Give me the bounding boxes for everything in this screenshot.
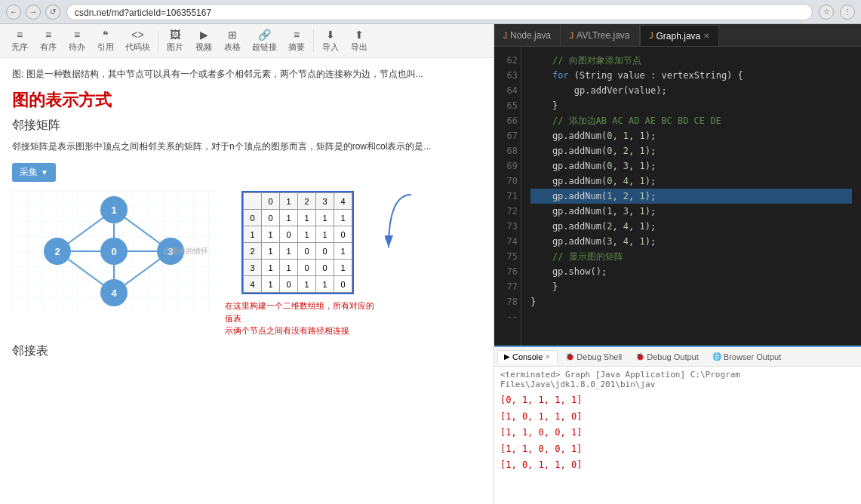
toolbar-video[interactable]: ▶ 视频 — [190, 27, 217, 54]
toolbar-separator — [158, 29, 158, 52]
console-output: [0, 1, 1, 1, 1][1, 0, 1, 1, 0][1, 1, 0, … — [500, 392, 855, 474]
browser-bar: ← → ↺ csdn.net/md?articleId=106355167 ☆ … — [0, 0, 861, 24]
article-description: 图: 图是一种数据结构，其中节点可以具有一个或者多个相邻元素，两个节点的连接称为… — [12, 67, 481, 81]
table-icon: ⊞ — [228, 29, 237, 41]
console-tab-debug-shell[interactable]: 🐞 Debug Shell — [559, 351, 628, 363]
diagram-section: 0 1 2 3 4 @庸俗的情怀 — [12, 191, 481, 337]
svg-text:4: 4 — [111, 287, 117, 299]
main-area: ≡ 无序 ≡ 有序 ≡ 待办 ❝ 引用 <> 代码块 🖼 图片 — [0, 24, 861, 504]
browser-output-icon: 🌐 — [712, 352, 721, 361]
debug-shell-icon: 🐞 — [565, 352, 574, 361]
bookmark-button[interactable]: ☆ — [819, 5, 834, 20]
matrix-table: 0 1 2 3 4 0011111101102110013110014 — [243, 192, 352, 293]
refresh-button[interactable]: ↺ — [45, 5, 60, 20]
line-numbers: 6263646566676869707172737475767778-- — [494, 47, 521, 346]
article-area: 图: 图是一种数据结构，其中节点可以具有一个或者多个相邻元素，两个节点的连接称为… — [0, 58, 494, 504]
svg-text:1: 1 — [111, 204, 116, 216]
console-icon: ▶ — [504, 352, 510, 361]
debug-output-icon: 🐞 — [635, 352, 644, 361]
annotation-arrow-svg — [385, 191, 415, 251]
url-bar[interactable]: csdn.net/md?articleId=106355167 — [66, 4, 813, 20]
editor-toolbar: ≡ 无序 ≡ 有序 ≡ 待办 ❝ 引用 <> 代码块 🖼 图片 — [0, 24, 494, 58]
collect-label: 采集 — [20, 166, 38, 179]
link-icon: 🔗 — [258, 29, 271, 41]
matrix-section: 0 1 2 3 4 0011111101102110013110014 — [225, 191, 376, 337]
image-icon: 🖼 — [170, 29, 180, 41]
back-button[interactable]: ← — [6, 5, 21, 20]
toolbar-unordered[interactable]: ≡ 无序 — [6, 27, 33, 54]
left-panel: ≡ 无序 ≡ 有序 ≡ 待办 ❝ 引用 <> 代码块 🖼 图片 — [0, 24, 494, 504]
console-tab-console[interactable]: ▶ Console ✕ — [497, 350, 558, 364]
list-ordered-icon: ≡ — [45, 29, 51, 41]
export-icon: ⬆ — [355, 29, 364, 41]
code-content: // 向图对象添加节点 for (String value : vertexSt… — [521, 47, 861, 346]
matrix-wrapper: 0 1 2 3 4 0011111101102110013110014 — [225, 191, 376, 297]
video-icon: ▶ — [200, 29, 208, 41]
todo-icon: ≡ — [74, 29, 80, 41]
matrix-col-header-0: 0 — [262, 193, 280, 210]
code-icon: <> — [131, 29, 143, 41]
article-subtitle1: 邻接矩阵 — [12, 118, 481, 134]
tab-avltree-label: AVLTree.java — [577, 30, 629, 41]
browser-output-label: Browser Output — [724, 352, 781, 361]
import-icon: ⬇ — [326, 29, 335, 41]
tab-graph-label: Graph.java — [657, 31, 701, 41]
matrix-col-header-4: 4 — [334, 193, 352, 210]
article-subtitle2: 邻接表 — [12, 343, 481, 359]
toolbar-quote[interactable]: ❝ 引用 — [92, 27, 119, 54]
quote-icon: ❝ — [103, 29, 109, 41]
console-tab-close[interactable]: ✕ — [545, 353, 551, 361]
arrow-annotation — [385, 191, 415, 281]
annotation-text: 在这里构建一个二维数组组，所有对应的值表示俩个节点之间有没有路径相连接 — [225, 300, 376, 337]
console-tabs: ▶ Console ✕ 🐞 Debug Shell 🐞 Debug Output… — [494, 347, 861, 367]
dropdown-arrow-icon: ▼ — [41, 168, 48, 177]
console-tab-browser-output[interactable]: 🌐 Browser Output — [706, 351, 787, 363]
matrix-col-header-3: 3 — [316, 193, 334, 210]
java-icon-avl: J — [570, 32, 573, 40]
toolbar-code[interactable]: <> 代码块 — [121, 27, 155, 54]
ide-tabs: J Node.java J AVLTree.java J Graph.java … — [494, 24, 861, 47]
tab-graph-java[interactable]: J Graph.java ✕ — [640, 25, 720, 46]
toolbar-separator2 — [313, 29, 314, 52]
browser-controls: ← → ↺ — [6, 5, 60, 20]
java-icon-node: J — [503, 32, 507, 40]
abstract-icon: ≡ — [294, 29, 300, 41]
console-tab-label: Console — [512, 352, 543, 361]
matrix-col-header-1: 1 — [280, 193, 298, 210]
tab-close-icon[interactable]: ✕ — [703, 32, 709, 40]
forward-button[interactable]: → — [26, 5, 41, 20]
tab-avltree-java[interactable]: J AVLTree.java — [561, 25, 639, 46]
java-icon-graph: J — [650, 32, 653, 40]
toolbar-ordered[interactable]: ≡ 有序 — [35, 27, 62, 54]
toolbar-image[interactable]: 🖼 图片 — [161, 27, 189, 54]
toolbar-todo[interactable]: ≡ 待办 — [63, 27, 91, 54]
menu-button[interactable]: ⋮ — [840, 5, 855, 20]
matrix-outer: 0 1 2 3 4 0011111101102110013110014 — [241, 191, 354, 294]
graph-container: 0 1 2 3 4 @庸俗的情怀 — [12, 191, 216, 312]
toolbar-abstract[interactable]: ≡ 摘要 — [283, 27, 310, 54]
debug-shell-label: Debug Shell — [577, 352, 622, 361]
debug-output-label: Debug Output — [647, 352, 699, 361]
svg-text:0: 0 — [111, 246, 116, 257]
tab-node-label: Node.java — [510, 30, 551, 41]
toolbar-import[interactable]: ⬇ 导入 — [317, 27, 344, 54]
console-content: <terminated> Graph [Java Application] C:… — [494, 367, 861, 504]
console-area: ▶ Console ✕ 🐞 Debug Shell 🐞 Debug Output… — [494, 346, 861, 504]
toolbar-table[interactable]: ⊞ 表格 — [219, 27, 246, 54]
console-tab-debug-output[interactable]: 🐞 Debug Output — [629, 351, 705, 363]
toolbar-link[interactable]: 🔗 超链接 — [248, 27, 281, 54]
matrix-col-header-empty — [244, 193, 262, 210]
console-header: <terminated> Graph [Java Application] C:… — [500, 370, 855, 389]
article-title: 图的表示方式 — [12, 89, 481, 112]
matrix-col-header-2: 2 — [298, 193, 316, 210]
list-unordered-icon: ≡ — [17, 29, 23, 41]
right-panel: J Node.java J AVLTree.java J Graph.java … — [494, 24, 861, 504]
svg-text:2: 2 — [54, 246, 60, 257]
article-text1: 邻接矩阵是表示图形中顶点之间相邻关系的矩阵，对于n个顶点的图形而言，矩阵是的ro… — [12, 140, 481, 154]
watermark: @庸俗的情怀 — [163, 246, 208, 257]
tab-node-java[interactable]: J Node.java — [494, 25, 561, 46]
code-editor[interactable]: 6263646566676869707172737475767778-- // … — [494, 47, 861, 346]
collect-button[interactable]: 采集 ▼ — [12, 163, 56, 182]
toolbar-export[interactable]: ⬆ 导出 — [346, 27, 373, 54]
